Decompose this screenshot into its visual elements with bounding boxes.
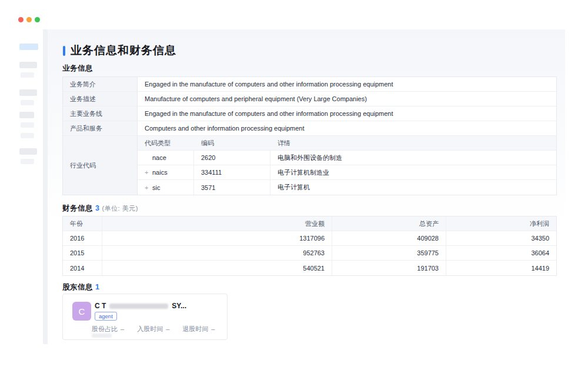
shareholder-card[interactable]: C C T SY... agent 股份占比– 入股时间– 退股时间–	[62, 294, 228, 340]
shareholder-section-title: 股东信息1	[62, 282, 99, 292]
table-row: 2015 952763 359775 36064	[63, 246, 556, 261]
redacted-text-blur	[92, 334, 112, 338]
year-cell: 2015	[63, 246, 102, 260]
financial-unit-note: (单位: 美元)	[102, 205, 138, 212]
table-row: 业务简介 Engaged in the manufacture of compu…	[63, 77, 556, 92]
financial-table: 年份 营业额 总资产 净利润 2016 1317096 409028 34350…	[62, 216, 557, 276]
profit-cell: 34350	[446, 231, 556, 245]
table-row: + nace 2620 电脑和外围设备的制造	[138, 151, 556, 165]
shareholder-stats: 股份占比– 入股时间– 退股时间–	[92, 325, 215, 334]
code-detail: 电子计算机	[270, 180, 556, 195]
industry-codes-table: 代码类型 编码 详情 + nace 2620 电脑和外围设备的制造 + naic…	[137, 136, 556, 195]
sidebar-item[interactable]	[19, 89, 37, 96]
financial-count-badge: 3	[95, 204, 99, 212]
table-row: 2016 1317096 409028 34350	[63, 231, 556, 246]
shareholder-name: C T SY...	[95, 302, 186, 310]
sidebar-item[interactable]	[21, 159, 34, 164]
code-detail: 电子计算机制造业	[270, 165, 556, 179]
row-label: 业务简介	[63, 77, 137, 91]
code-detail: 电脑和外围设备的制造	[270, 151, 556, 165]
agent-tag: agent	[95, 312, 117, 321]
column-header: 净利润	[446, 216, 556, 231]
sidebar-item[interactable]	[19, 148, 37, 155]
row-label: 业务描述	[63, 92, 137, 106]
year-cell: 2014	[63, 261, 102, 275]
page-title: 业务信息和财务信息	[71, 43, 176, 58]
financial-section-title: 财务信息3(单位: 美元)	[62, 204, 138, 214]
sidebar-item-active[interactable]	[19, 44, 38, 50]
page-header: 业务信息和财务信息	[63, 43, 176, 58]
avatar: C	[72, 302, 91, 321]
table-row: 产品和服务 Computers and other information pr…	[63, 121, 556, 136]
industry-codes-row: 行业代码 代码类型 编码 详情 + nace 2620 电脑和外围设备的制造 +…	[63, 136, 556, 195]
code-type: nace	[152, 154, 166, 161]
sidebar-item[interactable]	[21, 72, 34, 78]
row-value: Engaged in the manufacture of computers …	[137, 106, 556, 121]
row-value: Computers and other information processi…	[137, 121, 556, 135]
sidebar-item[interactable]	[21, 100, 34, 105]
row-label: 行业代码	[63, 136, 137, 195]
code-type: sic	[152, 184, 160, 191]
stat-share-ratio: 股份占比–	[92, 325, 124, 334]
assets-cell: 191703	[332, 261, 446, 275]
code-value: 2620	[193, 151, 270, 165]
sidebar-item[interactable]	[21, 122, 34, 128]
profit-cell: 14419	[446, 261, 556, 275]
column-header: 营业额	[102, 216, 332, 231]
table-row: + naics 334111 电子计算机制造业	[138, 165, 556, 180]
business-section-title: 业务信息	[62, 64, 93, 74]
column-header: 编码	[193, 136, 270, 150]
table-row: 2014 540521 191703 14419	[63, 261, 556, 275]
year-cell: 2016	[63, 231, 102, 245]
revenue-cell: 1317096	[102, 231, 332, 245]
sidebar-item[interactable]	[19, 112, 34, 118]
sidebar-item[interactable]	[21, 133, 34, 138]
code-value: 3571	[193, 180, 270, 195]
table-row: 主要业务线 Engaged in the manufacture of comp…	[63, 106, 556, 121]
assets-cell: 409028	[332, 231, 446, 245]
row-label: 产品和服务	[63, 121, 137, 135]
shareholder-count-badge: 1	[95, 283, 99, 291]
column-header: 代码类型	[138, 136, 193, 150]
revenue-cell: 952763	[102, 246, 332, 260]
code-value: 334111	[193, 165, 270, 179]
column-header: 年份	[63, 216, 102, 231]
industry-codes-header: 代码类型 编码 详情	[138, 136, 556, 151]
table-row: + sic 3571 电子计算机	[138, 180, 556, 195]
minimize-window-button[interactable]	[26, 17, 32, 22]
title-accent-bar	[63, 46, 65, 56]
row-value: Engaged in the manufacture of computers …	[137, 77, 556, 91]
maximize-window-button[interactable]	[35, 17, 40, 22]
stat-entry-time: 入股时间–	[137, 325, 169, 334]
redacted-name-blur	[109, 304, 168, 309]
financial-table-header: 年份 营业额 总资产 净利润	[63, 216, 556, 231]
row-label: 主要业务线	[63, 106, 137, 121]
column-header: 详情	[270, 136, 556, 150]
close-window-button[interactable]	[18, 17, 24, 22]
expand-icon[interactable]: +	[145, 169, 152, 176]
sidebar-item[interactable]	[19, 62, 37, 68]
table-row: 业务描述 Manufacture of computers and periph…	[63, 92, 556, 106]
panel-divider	[43, 29, 48, 344]
business-info-table: 业务简介 Engaged in the manufacture of compu…	[62, 76, 557, 195]
profit-cell: 36064	[446, 246, 556, 260]
stat-exit-time: 退股时间–	[182, 325, 215, 334]
revenue-cell: 540521	[102, 261, 332, 275]
row-value: Manufacture of computers and peripheral …	[137, 92, 556, 106]
column-header: 总资产	[332, 216, 446, 231]
code-type: naics	[152, 169, 168, 176]
expand-icon[interactable]: +	[145, 184, 152, 191]
assets-cell: 359775	[332, 246, 446, 260]
